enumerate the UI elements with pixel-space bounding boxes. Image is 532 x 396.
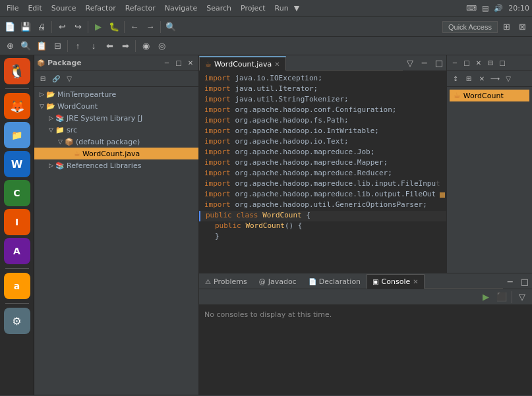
tree-item-ref-libs[interactable]: ▷ 📚 Referenced Libraries (34, 159, 198, 171)
bottom-maximize-btn[interactable]: □ (517, 274, 532, 289)
menu-items-left: File Edit Source Refactor Refactor Navig… (3, 3, 303, 14)
writer-icon[interactable]: W (4, 151, 30, 177)
right-panel: − □ ✕ ⊟ □ ↕ ⊞ ✕ ⟶ ▽ ☕ WordCount (446, 55, 532, 273)
kw-import-10: import (204, 169, 231, 177)
right-icon-3[interactable]: ✕ (476, 73, 488, 85)
tb2-btn7[interactable]: ⬅ (102, 39, 117, 53)
right-icon-5[interactable]: ▽ (502, 73, 514, 85)
tb2-btn9[interactable]: ◉ (138, 39, 153, 53)
menu-navigate[interactable]: Navigate (161, 3, 201, 14)
tree-item-jre[interactable]: ▷ 📚 JRE System Library [J (34, 112, 198, 124)
console-tab-close[interactable]: ✕ (413, 278, 418, 285)
tb2-btn4[interactable]: ⊟ (50, 39, 65, 53)
tab-problems[interactable]: ⚠ Problems (199, 274, 253, 289)
right-panel-restore[interactable]: □ (461, 58, 472, 69)
code-line-12: import org.apache.hadoop.mapreduce.lib.o… (199, 190, 446, 200)
menu-refactor1[interactable]: Refactor (82, 3, 120, 14)
undo-btn[interactable]: ↩ (55, 20, 69, 34)
ref-libs-label: Referenced Libraries (67, 161, 141, 170)
right-panel-menu[interactable]: ⊟ (485, 58, 496, 69)
right-panel-close[interactable]: ✕ (473, 58, 484, 69)
src-icon: 📁 (55, 126, 65, 134)
tab-javadoc[interactable]: @ Javadoc (253, 274, 303, 289)
files-icon[interactable]: 📁 (4, 122, 30, 148)
tab-declaration[interactable]: 📄 Declaration (303, 274, 367, 289)
menu-edit[interactable]: Edit (24, 3, 45, 14)
menu-project[interactable]: Project (237, 3, 270, 14)
save-btn[interactable]: 💾 (18, 20, 33, 34)
kw-import-6: import (204, 127, 231, 135)
folder-icon-wc: 📂 (46, 102, 55, 111)
right-icon-4[interactable]: ⟶ (489, 73, 501, 85)
right-icon-2[interactable]: ⊞ (463, 73, 475, 85)
right-panel-minimize[interactable]: − (450, 58, 460, 69)
base-icon[interactable]: A (4, 238, 30, 264)
tb2-btn5[interactable]: ↑ (71, 39, 85, 53)
search-btn[interactable]: 🔍 (163, 20, 178, 34)
settings-icon[interactable]: ⚙ (4, 308, 30, 334)
tb2-btn6[interactable]: ↓ (86, 39, 101, 53)
minimize-panel-btn[interactable]: − (162, 58, 172, 69)
maximize-panel-btn[interactable]: □ (173, 58, 184, 69)
amazon-icon[interactable]: a (4, 273, 30, 299)
menu-btn[interactable]: ▽ (63, 73, 75, 85)
tree-item-default-pkg[interactable]: ▽ 📦 (default package) (34, 136, 198, 148)
impress-icon[interactable]: I (4, 209, 30, 235)
wordcount-badge[interactable]: ☕ WordCount (450, 90, 529, 101)
right-icon-1[interactable]: ↕ (450, 73, 461, 85)
close-panel-btn[interactable]: ✕ (185, 58, 196, 69)
tb2-btn8[interactable]: ➡ (118, 39, 133, 53)
sep4 (160, 21, 161, 33)
collapse-all-btn[interactable]: ⊟ (37, 73, 49, 85)
tb2-btn1[interactable]: ⊕ (3, 39, 17, 53)
problems-icon: ⚠ (205, 278, 211, 285)
kw-import-12: import (204, 190, 231, 198)
menu-run-arrow[interactable]: ▼ (294, 3, 303, 14)
tree-item-mintempearture[interactable]: ▷ 📂 MinTempearture (34, 88, 198, 100)
tb2-btn10[interactable]: ◎ (154, 39, 169, 53)
firefox-icon[interactable]: 🦊 (4, 93, 30, 119)
open-perspective-btn[interactable]: ⊠ (515, 20, 529, 34)
new-btn[interactable]: 📄 (3, 20, 17, 34)
perspectives-btn[interactable]: ⊞ (499, 20, 514, 34)
calc-icon[interactable]: C (4, 180, 30, 206)
bottom-minimize-btn[interactable]: − (503, 274, 517, 289)
tab-console[interactable]: ▣ Console ✕ (367, 274, 425, 289)
kw-import-5: import (204, 116, 231, 125)
prev-btn[interactable]: ← (127, 20, 142, 34)
tree-item-wordcount-java[interactable]: ☕ WordCount.java (34, 148, 198, 159)
tab-spacer (286, 70, 403, 71)
menu-search[interactable]: Search (202, 3, 235, 14)
redo-btn[interactable]: ↪ (71, 20, 85, 34)
right-panel-content: ☕ WordCount (447, 87, 532, 273)
editor-tab-wordcount[interactable]: ☕ WordCount.java ✕ (199, 56, 286, 71)
tb2-btn2[interactable]: 🔍 (18, 39, 33, 53)
menu-file[interactable]: File (3, 3, 22, 14)
print-btn[interactable]: 🖨 (34, 20, 49, 34)
right-panel-max[interactable]: □ (497, 58, 508, 69)
console-run-btn[interactable]: ▶ (479, 290, 493, 304)
console-stop-btn[interactable]: ⬛ (494, 290, 509, 304)
ubuntu-icon[interactable]: 🐧 (4, 58, 30, 84)
tree-item-src[interactable]: ▽ 📁 src (34, 124, 198, 136)
kw-import-11: import (204, 179, 231, 188)
menu-refactor2[interactable]: Refactor (121, 3, 160, 14)
link-editor-btn[interactable]: 🔗 (50, 73, 62, 85)
sep2 (88, 21, 88, 33)
close-brace: } (215, 232, 220, 240)
tab-menu-btn[interactable]: ▽ (403, 55, 417, 70)
debug-btn[interactable]: 🐛 (107, 20, 121, 34)
next-btn[interactable]: → (143, 20, 158, 34)
tb2-btn3[interactable]: 📋 (34, 39, 49, 53)
menu-source[interactable]: Source (47, 3, 80, 14)
minimize-editor-btn[interactable]: − (417, 55, 432, 70)
quick-access-button[interactable]: Quick Access (442, 21, 498, 33)
menu-run[interactable]: Run (271, 3, 293, 14)
tab-icon: ☕ (205, 60, 212, 69)
tree-item-wordcount[interactable]: ▽ 📂 WordCount (34, 100, 198, 112)
maximize-editor-btn[interactable]: □ (432, 55, 446, 70)
code-area[interactable]: import java.io.IOException; import java.… (199, 71, 446, 273)
run-btn[interactable]: ▶ (91, 20, 105, 34)
console-menu-btn[interactable]: ▽ (515, 290, 529, 304)
tab-close-btn[interactable]: ✕ (274, 61, 280, 68)
